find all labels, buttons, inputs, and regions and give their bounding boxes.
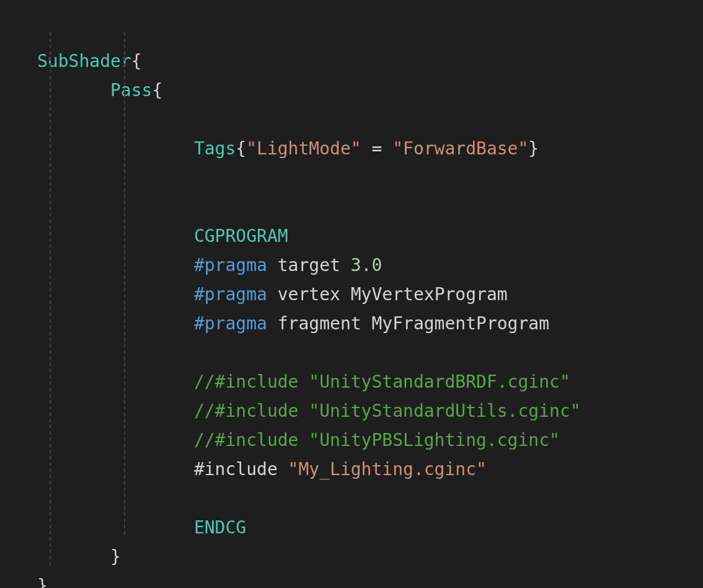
indent-guide	[50, 32, 51, 566]
pragma: #pragma	[194, 255, 267, 275]
brace-open: {	[236, 138, 246, 159]
pragma-vertex: vertex	[278, 284, 340, 305]
brace-close: }	[528, 138, 539, 159]
pragma-target: target	[278, 255, 340, 275]
brace-close: }	[37, 576, 48, 588]
pragma-vertex-name: MyVertexProgram	[351, 284, 508, 305]
include-directive: #include	[194, 459, 278, 479]
code-block: SubShader{ Pass{ Tags{"LightMode" = "For…	[0, 0, 703, 588]
brace-close: }	[110, 546, 121, 567]
comment-include: //#include "UnityStandardUtils.cginc"	[194, 401, 581, 421]
pragma-version: 3.0	[351, 255, 382, 275]
keyword-pass: Pass	[110, 80, 152, 100]
indent-guide	[124, 32, 125, 535]
brace-open: {	[152, 80, 162, 100]
string-lightmode-value: "ForwardBase"	[392, 138, 528, 159]
comment-include: //#include "UnityStandardBRDF.cginc"	[194, 372, 570, 392]
pragma: #pragma	[194, 313, 267, 334]
pragma: #pragma	[194, 284, 267, 305]
pragma-fragment: fragment	[278, 313, 361, 334]
brace-open: {	[131, 51, 142, 71]
equals: =	[371, 138, 382, 159]
keyword-endcg: ENDCG	[194, 517, 246, 538]
string-lightmode-key: "LightMode"	[246, 138, 361, 159]
keyword-subshader: SubShader	[37, 51, 131, 71]
keyword-tags: Tags	[194, 138, 236, 159]
comment-include: //#include "UnityPBSLighting.cginc"	[194, 430, 560, 450]
include-path: "My_Lighting.cginc"	[288, 459, 487, 479]
pragma-fragment-name: MyFragmentProgram	[371, 313, 549, 334]
keyword-cgprogram: CGPROGRAM	[194, 226, 288, 246]
